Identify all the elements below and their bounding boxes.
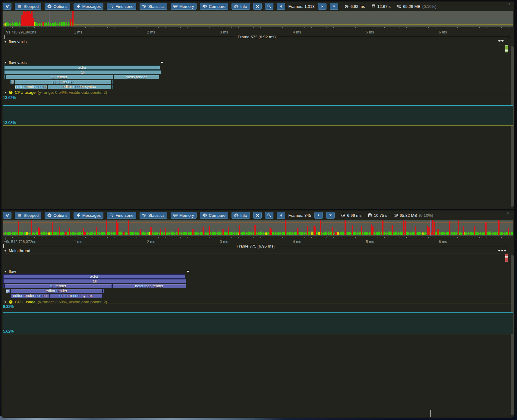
frame-bar [169, 232, 170, 235]
thread-header[interactable]: ▼flow [4, 269, 16, 274]
frame-bar [468, 232, 469, 235]
zone-bar[interactable]: editor render screen [15, 85, 47, 89]
find-zone-button[interactable]: Find zone [107, 212, 136, 219]
ruler-tick [210, 237, 210, 238]
frame-spike [140, 229, 141, 235]
thread-header[interactable]: ▼flow-vaxis [4, 60, 27, 65]
next-frame-button[interactable] [318, 3, 326, 10]
find-zone-button[interactable]: Find zone [107, 3, 136, 10]
statistics-button[interactable]: Statistics [140, 3, 167, 10]
frame-bar [287, 232, 288, 235]
time-tick-label: 1 ms [74, 240, 82, 244]
ruler-tick [487, 237, 487, 238]
memory-button[interactable]: Memory [171, 212, 197, 219]
frame-spike [222, 229, 224, 235]
zone-bar[interactable]: t [3, 284, 5, 288]
time-ruler [3, 237, 513, 240]
zoom-button[interactable] [265, 212, 273, 219]
cpu-usage-header[interactable]: ▼ CPU usage (y-range: 0.54%, visible dat… [4, 90, 107, 95]
thread-header-collapsed[interactable]: ▼flow-vaxis [4, 39, 27, 44]
ruler-tick [392, 27, 392, 28]
frame-spike [192, 229, 194, 235]
zone-bar[interactable]: tui [4, 70, 161, 74]
connection-button[interactable] [3, 212, 11, 219]
zone-bar[interactable]: notcurses render [112, 284, 186, 288]
frame-bar [135, 232, 137, 235]
zone-bar[interactable]: vaxis render [114, 75, 159, 79]
ruler-tick [195, 27, 195, 28]
ruler-tick [319, 237, 319, 238]
frame-histogram[interactable] [3, 11, 513, 27]
zone-bar[interactable]: editor render syntax [49, 294, 102, 298]
options-button[interactable]: Options [45, 3, 70, 10]
ruler-tick [268, 237, 268, 238]
memory-icon [173, 213, 178, 217]
zone-bar[interactable]: editor render [11, 289, 102, 293]
zone-bar[interactable] [103, 289, 104, 293]
frame-bar [340, 232, 342, 235]
frame-bar [17, 23, 18, 26]
ghost-zone-preview [505, 254, 508, 262]
frame-bar [501, 232, 503, 235]
frame-bar [357, 232, 358, 235]
ruler-tick [188, 237, 188, 238]
statistics-button[interactable]: Statistics [140, 212, 167, 219]
zone-bar[interactable]: actor [4, 65, 160, 70]
options-button[interactable]: Options [45, 212, 70, 219]
frame-spike [437, 229, 439, 235]
thread-header-collapsed[interactable]: ▼Main thread [4, 248, 30, 253]
messages-button[interactable]: Messages [74, 212, 104, 219]
frame-bar [190, 232, 192, 235]
window-badge: 79 [506, 211, 510, 215]
tools-button[interactable] [253, 3, 262, 10]
prev-frame-button[interactable] [277, 212, 285, 219]
plot-top-border [3, 95, 513, 95]
ruler-tick [282, 27, 283, 28]
compare-button[interactable]: Compare [200, 3, 228, 10]
window-badge: 87 [506, 2, 510, 6]
ruler-tick [64, 237, 64, 238]
ruler-tick-major [151, 27, 151, 30]
zone-bar[interactable]: tui [3, 279, 186, 283]
messages-button[interactable]: Messages [74, 3, 104, 10]
frame-set-button[interactable] [326, 212, 335, 219]
zone-bar[interactable]: tui render [5, 284, 112, 288]
ruler-tick [377, 27, 377, 28]
compare-button[interactable]: Compare [200, 212, 228, 219]
zoom-button[interactable] [265, 3, 273, 10]
frame-set-button[interactable] [330, 3, 338, 10]
zone-bar[interactable]: editor render [15, 80, 111, 84]
zone-bar[interactable] [112, 85, 113, 89]
tools-button[interactable] [253, 212, 262, 219]
zone-bar[interactable]: tui render [6, 75, 113, 79]
ruler-tick [246, 237, 246, 238]
frame-bar [328, 232, 329, 235]
zone-bar[interactable]: actor [3, 274, 185, 279]
info-button[interactable]: Info [232, 212, 250, 219]
frame-histogram[interactable] [3, 220, 513, 236]
frame-bar [55, 232, 57, 235]
frame-bar [364, 232, 366, 235]
zone-bar[interactable]: editor render syntax [48, 85, 111, 89]
prev-frame-button[interactable] [277, 3, 285, 10]
frame-spike [270, 228, 271, 235]
frame-bar [37, 23, 38, 26]
zone-bar[interactable] [112, 80, 113, 84]
stopped-button[interactable]: Stopped [15, 212, 41, 219]
connection-button[interactable] [3, 3, 11, 10]
zone-bar[interactable]: gu [10, 80, 14, 84]
stopped-button[interactable]: Stopped [15, 3, 41, 10]
memory-button[interactable]: Memory [171, 3, 197, 10]
frame-bar [91, 232, 93, 235]
frame-marker: Frame 672 (6.92 ms) [4, 35, 509, 39]
zone-bar[interactable]: gu [6, 289, 10, 293]
zone-bar[interactable]: t [4, 75, 5, 79]
zone-bar[interactable]: editor render screen [11, 294, 49, 298]
frame-bar [8, 23, 9, 26]
info-button[interactable]: Info [232, 3, 250, 10]
database-icon [368, 213, 372, 217]
next-frame-button[interactable] [314, 212, 323, 219]
collapse-arrow-icon: ▼ [4, 270, 7, 273]
frame-bar [470, 232, 472, 235]
frame-time-stat: 6.92 ms [345, 4, 365, 9]
